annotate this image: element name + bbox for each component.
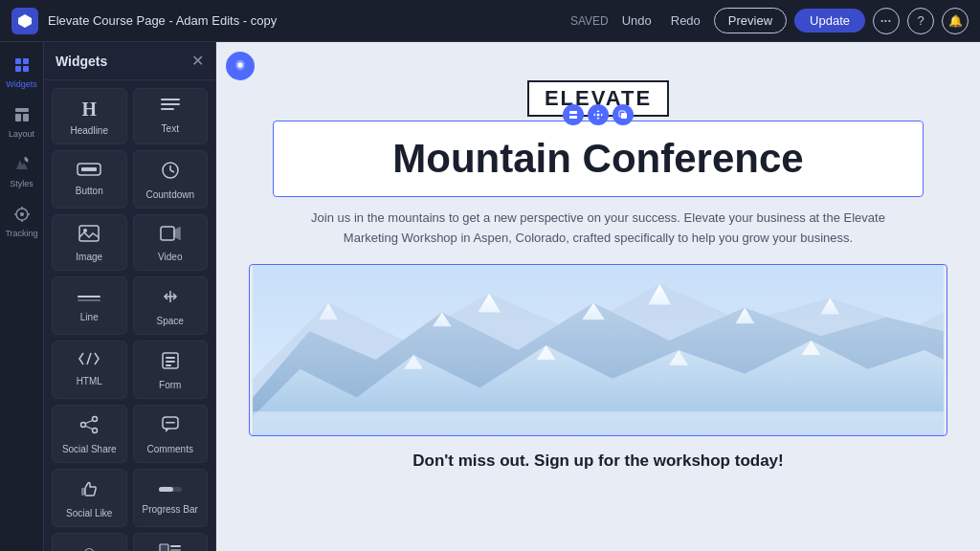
widget-button[interactable]: Button xyxy=(52,150,127,209)
svg-line-23 xyxy=(170,170,174,172)
widget-social-share[interactable]: Social Share xyxy=(52,405,127,463)
social-like-label: Social Like xyxy=(66,508,112,518)
widgets-label: Widgets xyxy=(6,79,37,89)
space-label: Space xyxy=(157,316,184,326)
heading-add-button[interactable] xyxy=(563,104,584,125)
saved-status: SAVED xyxy=(570,14,609,28)
svg-rect-28 xyxy=(78,299,100,301)
mountain-image-block[interactable] xyxy=(249,264,947,436)
redo-button[interactable]: Redo xyxy=(665,10,706,32)
topbar-right: SAVED Undo Redo Preview Update ••• ? 🔔 xyxy=(570,8,969,34)
widgets-panel-close[interactable]: ✕ xyxy=(191,52,204,70)
topbar: Elevate Course Page - Adam Edits - copy … xyxy=(0,0,980,42)
app-logo xyxy=(11,8,38,34)
sidebar-item-widgets[interactable]: Widgets xyxy=(3,50,41,96)
svg-rect-3 xyxy=(15,66,21,72)
more-options-button[interactable]: ••• xyxy=(873,8,900,34)
widgets-panel-header: Widgets ✕ xyxy=(44,42,215,80)
update-button[interactable]: Update xyxy=(794,9,865,33)
svg-rect-42 xyxy=(166,422,175,424)
widget-social-like[interactable]: Social Like xyxy=(52,469,127,527)
progress-bar-label: Progress Bar xyxy=(143,504,198,515)
image-text-icon xyxy=(159,543,182,551)
svg-rect-59 xyxy=(569,111,577,114)
widget-countdown[interactable]: Countdown xyxy=(133,150,209,209)
cta-text: Don't miss out. Sign up for the workshop… xyxy=(412,452,783,471)
widget-form[interactable]: Form xyxy=(133,341,209,399)
image-icon xyxy=(78,225,100,247)
line-icon xyxy=(77,287,101,307)
widget-text[interactable]: Text xyxy=(133,88,209,144)
notifications-button[interactable]: 🔔 xyxy=(942,8,969,34)
widget-comments[interactable]: Comments xyxy=(133,405,209,463)
comments-icon xyxy=(161,415,180,439)
more-icon: ••• xyxy=(880,16,891,25)
widget-headline[interactable]: H Headline xyxy=(52,88,127,144)
html-label: HTML xyxy=(77,376,102,386)
video-icon xyxy=(160,225,181,247)
svg-rect-45 xyxy=(159,487,173,492)
svg-rect-60 xyxy=(569,116,577,119)
video-label: Video xyxy=(158,252,182,262)
countdown-icon xyxy=(161,161,180,185)
svg-rect-46 xyxy=(160,544,168,551)
social-share-label: Social Share xyxy=(62,444,117,454)
heading-duplicate-button[interactable] xyxy=(612,104,634,125)
svg-marker-0 xyxy=(18,14,32,28)
form-label: Form xyxy=(159,380,181,390)
widget-image-text[interactable]: Image + Text xyxy=(133,533,209,551)
canvas-area: ELEVATE xyxy=(216,42,980,551)
svg-line-40 xyxy=(86,427,93,430)
headline-label: Headline xyxy=(71,125,108,136)
svg-rect-79 xyxy=(253,411,944,435)
svg-point-36 xyxy=(93,417,98,422)
undo-button[interactable]: Undo xyxy=(616,10,657,32)
tracking-label: Tracking xyxy=(5,229,37,238)
space-icon xyxy=(161,287,180,311)
widgets-icon xyxy=(13,56,31,77)
comments-label: Comments xyxy=(147,444,193,454)
button-label: Button xyxy=(76,186,103,196)
svg-rect-18 xyxy=(161,108,174,110)
widget-html[interactable]: HTML xyxy=(52,341,127,399)
help-icon: ? xyxy=(917,13,924,28)
widget-progress-bar[interactable]: Progress Bar xyxy=(133,469,209,527)
heading-block[interactable]: Mountain Conference xyxy=(273,121,924,197)
text-icon xyxy=(161,99,180,119)
icon-widget-icon: ☺ xyxy=(80,543,98,551)
widget-line[interactable]: Line xyxy=(52,276,127,335)
canvas-content: ELEVATE xyxy=(216,42,980,490)
widgets-panel: Widgets ✕ H Headline Text xyxy=(44,42,216,551)
layout-label: Layout xyxy=(9,129,34,139)
svg-rect-47 xyxy=(170,545,181,547)
widget-space[interactable]: Space xyxy=(133,276,209,335)
svg-rect-2 xyxy=(23,58,29,64)
social-like-icon xyxy=(79,479,99,503)
subtitle: Join us in the mountains to get a new pe… xyxy=(311,209,885,249)
sidebar-item-layout[interactable]: Layout xyxy=(3,99,41,145)
canvas-settings-button[interactable] xyxy=(226,52,255,80)
svg-rect-34 xyxy=(166,361,175,363)
widget-icon[interactable]: ☺ Icon xyxy=(52,533,127,551)
heading-move-button[interactable] xyxy=(588,104,609,125)
svg-line-31 xyxy=(87,353,91,364)
widgets-panel-title: Widgets xyxy=(56,54,107,69)
widget-image[interactable]: Image xyxy=(52,214,127,271)
help-button[interactable]: ? xyxy=(907,8,934,34)
svg-rect-26 xyxy=(161,227,174,240)
text-label: Text xyxy=(162,123,179,134)
line-label: Line xyxy=(80,312,99,322)
image-label: Image xyxy=(76,252,102,262)
heading-controls xyxy=(563,104,634,125)
bell-icon: 🔔 xyxy=(948,14,963,28)
progress-bar-icon xyxy=(158,479,183,499)
preview-button[interactable]: Preview xyxy=(714,8,787,33)
widgets-grid: H Headline Text xyxy=(44,80,215,551)
styles-label: Styles xyxy=(10,179,33,188)
sidebar-item-tracking[interactable]: Tracking xyxy=(3,199,41,245)
main-heading: Mountain Conference xyxy=(293,137,903,181)
sidebar-icons: Widgets Layout Styles xyxy=(0,42,44,551)
sidebar-item-styles[interactable]: Styles xyxy=(3,149,41,195)
widget-video[interactable]: Video xyxy=(133,214,209,271)
svg-rect-4 xyxy=(23,66,29,72)
